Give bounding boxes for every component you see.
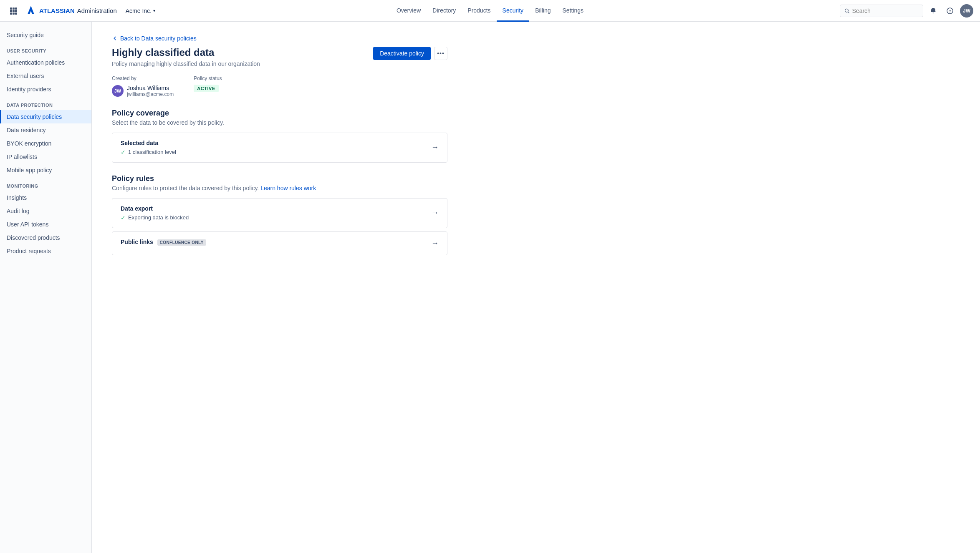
- svg-rect-7: [13, 13, 15, 15]
- svg-rect-6: [10, 13, 12, 15]
- data-export-card[interactable]: Data export ✓ Exporting data is blocked …: [112, 198, 447, 228]
- org-selector[interactable]: Acme Inc. ▾: [122, 5, 159, 16]
- learn-rules-link[interactable]: Learn how rules work: [260, 185, 316, 191]
- main-content: Back to Data security policies Highly cl…: [92, 22, 467, 553]
- rules-desc: Configure rules to protect the data cove…: [112, 185, 447, 191]
- coverage-title: Policy coverage: [112, 109, 447, 118]
- svg-rect-8: [15, 13, 17, 15]
- sidebar-item-product-requests[interactable]: Product requests: [0, 244, 91, 258]
- creator-name: Joshua Williams: [127, 85, 174, 91]
- public-links-title: Public links Confluence only: [121, 239, 206, 246]
- data-export-content: Data export ✓ Exporting data is blocked: [121, 205, 189, 221]
- public-links-content: Public links Confluence only: [121, 239, 206, 248]
- sidebar-section-monitoring: Monitoring: [0, 177, 91, 191]
- rules-title: Policy rules: [112, 174, 447, 183]
- sidebar-item-mobile-app-policy[interactable]: Mobile app policy: [0, 163, 91, 177]
- created-by-label: Created by: [112, 75, 174, 81]
- grid-icon-button[interactable]: [7, 4, 20, 18]
- public-links-card[interactable]: Public links Confluence only →: [112, 231, 447, 255]
- selected-data-content: Selected data ✓ 1 classification level: [121, 140, 176, 156]
- page-title-area: Highly classified data Policy managing h…: [112, 47, 260, 67]
- sidebar-item-identity-providers[interactable]: Identity providers: [0, 83, 91, 96]
- svg-point-9: [845, 9, 849, 12]
- nav-overview[interactable]: Overview: [391, 0, 427, 22]
- check-icon: ✓: [121, 149, 126, 156]
- policy-rules-section: Policy rules Configure rules to protect …: [112, 174, 447, 255]
- sidebar-security-guide[interactable]: Security guide: [0, 28, 91, 42]
- svg-rect-5: [15, 10, 17, 12]
- svg-rect-1: [13, 8, 15, 10]
- page-subtitle: Policy managing highly classified data i…: [112, 60, 260, 67]
- search-box[interactable]: [840, 5, 923, 17]
- nav-settings[interactable]: Settings: [556, 0, 589, 22]
- brand-name: ATLASSIAN: [39, 7, 75, 14]
- topnav: ATLASSIAN Administration Acme Inc. ▾ Ove…: [0, 0, 980, 22]
- search-icon: [844, 8, 850, 14]
- selected-data-title: Selected data: [121, 140, 176, 146]
- atlassian-logo: ATLASSIAN Administration: [25, 5, 117, 17]
- sidebar-item-data-security-policies[interactable]: Data security policies: [0, 110, 91, 123]
- main-layout: Security guide User Security Authenticat…: [0, 22, 980, 553]
- created-by-section: Created by JW Joshua Williams jwilliams@…: [112, 75, 174, 97]
- nav-billing[interactable]: Billing: [529, 0, 556, 22]
- topnav-links: Overview Directory Products Security Bil…: [248, 0, 732, 21]
- check-icon-export: ✓: [121, 214, 126, 221]
- arrow-right-icon: →: [431, 143, 439, 152]
- nav-directory[interactable]: Directory: [427, 0, 462, 22]
- org-name: Acme Inc.: [126, 8, 152, 14]
- grid-icon: [10, 7, 17, 15]
- chevron-down-icon: ▾: [153, 8, 155, 13]
- sidebar: Security guide User Security Authenticat…: [0, 22, 92, 553]
- svg-rect-4: [13, 10, 15, 12]
- creator-avatar: JW: [112, 85, 124, 97]
- svg-text:?: ?: [949, 9, 951, 13]
- policy-status-section: Policy status ACTIVE: [194, 75, 222, 97]
- sidebar-section-user-security: User Security: [0, 42, 91, 56]
- data-export-meta-text: Exporting data is blocked: [128, 214, 189, 221]
- sidebar-item-ip-allowlists[interactable]: IP allowlists: [0, 150, 91, 163]
- more-options-button[interactable]: •••: [434, 47, 447, 60]
- arrow-right-icon-links: →: [431, 239, 439, 248]
- sidebar-item-byok-encryption[interactable]: BYOK encryption: [0, 137, 91, 150]
- policy-coverage-section: Policy coverage Select the data to be co…: [112, 109, 447, 163]
- svg-rect-3: [10, 10, 12, 12]
- sidebar-item-user-api-tokens[interactable]: User API tokens: [0, 218, 91, 231]
- creator-info: JW Joshua Williams jwilliams@acme.com: [112, 85, 174, 97]
- sidebar-item-data-residency[interactable]: Data residency: [0, 123, 91, 137]
- app-name: Administration: [77, 7, 117, 14]
- page-title: Highly classified data: [112, 47, 260, 59]
- meta-section: Created by JW Joshua Williams jwilliams@…: [112, 75, 447, 97]
- arrow-right-icon-export: →: [431, 209, 439, 217]
- selected-data-card[interactable]: Selected data ✓ 1 classification level →: [112, 133, 447, 163]
- policy-status-label: Policy status: [194, 75, 222, 81]
- sidebar-item-external-users[interactable]: External users: [0, 69, 91, 83]
- sidebar-item-auth-policies[interactable]: Authentication policies: [0, 56, 91, 69]
- nav-security[interactable]: Security: [497, 0, 530, 22]
- sidebar-item-discovered-products[interactable]: Discovered products: [0, 231, 91, 244]
- help-button[interactable]: ?: [943, 4, 957, 18]
- back-link[interactable]: Back to Data security policies: [112, 35, 447, 42]
- deactivate-policy-button[interactable]: Deactivate policy: [373, 47, 431, 60]
- avatar[interactable]: JW: [960, 4, 973, 18]
- sidebar-item-insights[interactable]: Insights: [0, 191, 91, 204]
- search-input[interactable]: [852, 8, 919, 14]
- bell-icon: [930, 8, 937, 14]
- nav-products[interactable]: Products: [462, 0, 496, 22]
- sidebar-section-data-protection: Data Protection: [0, 96, 91, 110]
- topnav-right: ? JW: [732, 4, 973, 18]
- sidebar-item-audit-log[interactable]: Audit log: [0, 204, 91, 218]
- data-export-title: Data export: [121, 205, 189, 212]
- status-badge: ACTIVE: [194, 85, 219, 92]
- selected-data-meta-text: 1 classification level: [128, 149, 176, 155]
- notifications-button[interactable]: [927, 4, 940, 18]
- svg-rect-2: [15, 8, 17, 10]
- selected-data-meta: ✓ 1 classification level: [121, 149, 176, 156]
- help-icon: ?: [947, 8, 953, 14]
- atlassian-logo-icon: [25, 5, 37, 17]
- creator-details: Joshua Williams jwilliams@acme.com: [127, 85, 174, 97]
- confluence-badge: Confluence only: [157, 239, 206, 246]
- data-export-meta: ✓ Exporting data is blocked: [121, 214, 189, 221]
- header-actions: Deactivate policy •••: [373, 47, 447, 60]
- svg-line-10: [848, 12, 849, 13]
- arrow-left-icon: [112, 35, 118, 41]
